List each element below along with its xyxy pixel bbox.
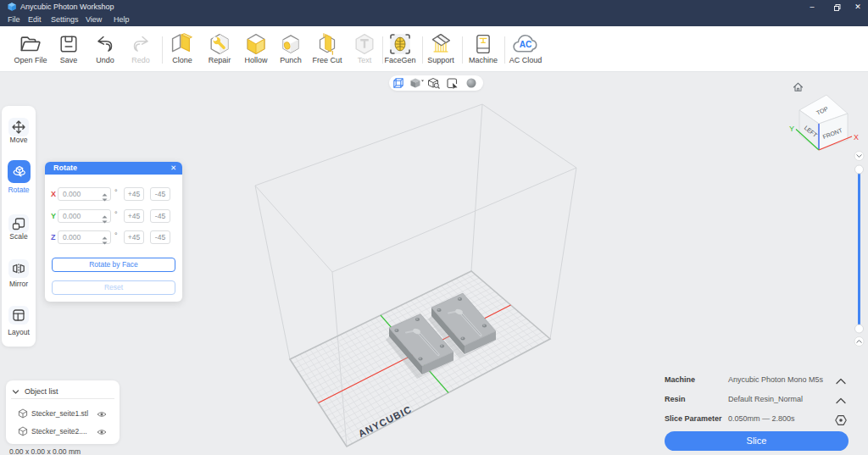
svg-text:Y: Y [789,125,794,133]
svg-text:AC: AC [520,40,532,49]
svg-text:X: X [854,133,859,141]
